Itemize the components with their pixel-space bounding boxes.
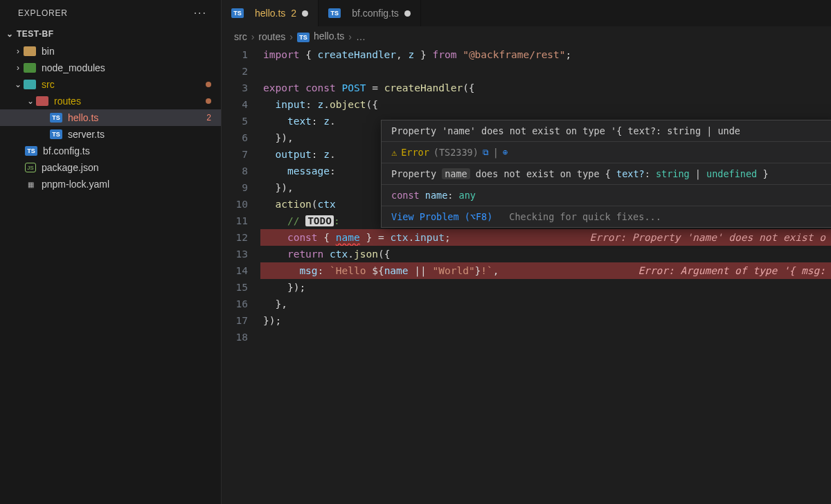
line-number: 13 — [222, 246, 260, 262]
tab-hello-ts[interactable]: TShello.ts2 — [222, 0, 319, 26]
tree-item-bf-config-ts[interactable]: TSbf.config.ts — [0, 143, 221, 159]
globe-icon[interactable]: ⊕ — [503, 147, 508, 157]
dirty-dot-icon — [404, 10, 411, 17]
line-number: 5 — [222, 113, 260, 129]
typescript-icon: TS — [25, 146, 37, 156]
lock-icon: ▦ — [25, 179, 36, 189]
tree-item-pnpm-lock-yaml[interactable]: ▦pnpm-lock.yaml — [0, 176, 221, 192]
tree-item-hello-ts[interactable]: TShello.ts2 — [0, 109, 221, 126]
breadcrumb-separator: › — [348, 31, 352, 42]
tab-label: bf.config.ts — [352, 8, 399, 19]
line-number: 15 — [222, 279, 260, 296]
breadcrumb[interactable]: src›routes›TShello.ts›… — [222, 26, 831, 46]
folder-icon — [24, 80, 36, 89]
editor-area: TShello.ts2TSbf.config.ts src›routes›TSh… — [222, 0, 831, 504]
tree-item-package-json[interactable]: JSpackage.json — [0, 159, 221, 176]
code-line[interactable]: export const POST = createHandler({ — [260, 80, 831, 96]
tree-item-label: package.json — [42, 162, 211, 173]
error-count-badge: 2 — [206, 113, 211, 123]
folder-icon — [36, 96, 48, 106]
code-line[interactable]: }); — [260, 312, 831, 329]
line-number: 8 — [222, 163, 260, 179]
tree-item-bin[interactable]: ›bin — [0, 43, 221, 60]
error-label: Error — [401, 147, 429, 158]
sidebar: EXPLORER ··· ⌄ TEST-BF ›bin›node_modules… — [0, 0, 222, 504]
breadcrumb-separator: › — [251, 31, 255, 42]
tree-item-label: node_modules — [42, 62, 211, 73]
more-icon[interactable]: ··· — [194, 7, 207, 19]
line-number: 12 — [222, 229, 260, 246]
hover-actions: View Problem (⌥F8) Checking for quick fi… — [382, 206, 831, 227]
app-root: EXPLORER ··· ⌄ TEST-BF ›bin›node_modules… — [0, 0, 831, 504]
tree-item-node_modules[interactable]: ›node_modules — [0, 60, 221, 76]
breadcrumb-separator: › — [289, 31, 293, 42]
line-number: 7 — [222, 146, 260, 163]
code-line[interactable]: return ctx.json({ — [260, 246, 831, 262]
code-line[interactable]: }, — [260, 296, 831, 312]
line-number: 10 — [222, 196, 260, 213]
tree-item-label: server.ts — [68, 129, 211, 140]
breadcrumb-item[interactable]: src — [234, 31, 247, 42]
code-line[interactable] — [260, 63, 831, 80]
line-number: 17 — [222, 312, 260, 329]
error-code: (TS2339) — [434, 147, 479, 158]
code-line[interactable]: const { name } = ctx.input; — [260, 229, 831, 246]
code-line[interactable]: import { createHandler, z } from "@backf… — [260, 46, 831, 63]
tree-item-routes[interactable]: ⌄routes — [0, 93, 221, 109]
line-number: 16 — [222, 296, 260, 312]
explorer-header: EXPLORER ··· — [0, 0, 221, 26]
typescript-icon: TS — [50, 129, 62, 139]
chevron-icon: ⌄ — [12, 80, 24, 89]
code-line[interactable]: input: z.object({ — [260, 96, 831, 113]
chevron-down-icon: ⌄ — [4, 29, 15, 39]
tree-item-label: routes — [54, 96, 206, 107]
code-line[interactable]: }); — [260, 279, 831, 296]
modified-dot-icon — [206, 98, 211, 104]
line-number: 18 — [222, 329, 260, 345]
code-line[interactable]: msg: `Hello ${name || "World"}!`, — [260, 262, 831, 279]
line-number: 3 — [222, 80, 260, 96]
hover-headline: Property 'name' does not exist on type '… — [382, 120, 831, 141]
tree-item-label: pnpm-lock.yaml — [42, 179, 211, 190]
tree-item-label: bin — [42, 46, 211, 57]
breadcrumb-item[interactable]: routes — [258, 31, 285, 42]
line-number: 1 — [222, 46, 260, 63]
typescript-icon: TS — [50, 113, 62, 123]
code-viewport[interactable]: 1import { createHandler, z } from "@back… — [222, 46, 831, 504]
json-icon: JS — [25, 163, 36, 172]
breadcrumb-item[interactable]: … — [356, 31, 366, 42]
typescript-icon: TS — [328, 8, 341, 18]
warning-icon: ⚠ — [391, 147, 397, 158]
typescript-icon: TS — [231, 8, 244, 18]
explorer-title: EXPLORER — [18, 8, 68, 18]
breadcrumb-item[interactable]: TShello.ts — [297, 30, 344, 42]
dirty-dot-icon — [302, 10, 308, 17]
section-title: TEST-BF — [17, 29, 54, 39]
chevron-icon: › — [12, 63, 24, 73]
tree-item-label: src — [42, 79, 206, 90]
tree-item-server-ts[interactable]: TSserver.ts — [0, 126, 221, 143]
tree-item-label: hello.ts — [68, 112, 206, 123]
external-link-icon[interactable]: ⧉ — [483, 147, 489, 157]
hover-popup[interactable]: Property 'name' does not exist on type '… — [381, 120, 831, 228]
section-header[interactable]: ⌄ TEST-BF — [0, 26, 221, 42]
typescript-icon: TS — [297, 33, 310, 42]
line-number: 9 — [222, 179, 260, 196]
code-line[interactable] — [260, 329, 831, 345]
hover-error-code: ⚠ Error (TS2339) ⧉ | ⊕ — [382, 141, 831, 163]
folder-icon — [24, 63, 36, 73]
tree-item-label: bf.config.ts — [43, 145, 211, 156]
file-tree: ›bin›node_modules⌄src⌄routesTShello.ts2T… — [0, 42, 221, 192]
tree-item-src[interactable]: ⌄src — [0, 76, 221, 93]
hover-detail: Property name does not exist on type { t… — [382, 163, 831, 184]
line-number: 2 — [222, 63, 260, 80]
line-number: 6 — [222, 129, 260, 146]
modified-dot-icon — [206, 82, 211, 87]
quickfix-status: Checking for quick fixes... — [509, 211, 661, 222]
folder-icon — [24, 46, 36, 56]
tab-bf-config-ts[interactable]: TSbf.config.ts — [319, 0, 421, 26]
view-problem-link[interactable]: View Problem (⌥F8) — [391, 211, 492, 222]
line-number: 4 — [222, 96, 260, 113]
chevron-icon: ⌄ — [25, 96, 36, 106]
tab-label: hello.ts — [255, 8, 285, 19]
